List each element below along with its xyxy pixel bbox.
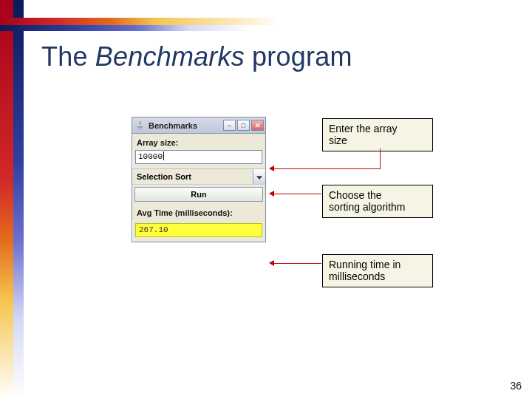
benchmarks-window: Benchmarks – □ ✕ Array size: 10000 Selec… <box>132 117 266 242</box>
decor-stripe-v1 <box>0 0 13 399</box>
algorithm-selected-value: Selection Sort <box>132 169 253 184</box>
titlebar[interactable]: Benchmarks – □ ✕ <box>132 117 265 134</box>
callout-text: Enter the array <box>329 123 398 134</box>
callout-text: sorting algorithm <box>329 201 406 213</box>
arrow-to-array-size <box>274 168 381 169</box>
callout-text: size <box>329 134 347 146</box>
array-size-input[interactable]: 10000 <box>135 150 262 164</box>
window-title: Benchmarks <box>149 121 223 130</box>
arrowhead-icon <box>269 260 274 266</box>
close-icon: ✕ <box>255 122 261 129</box>
arrowhead-icon <box>269 191 274 197</box>
run-button-wrap: Run <box>132 184 265 204</box>
callout-text: milliseconds <box>329 270 385 282</box>
java-icon <box>134 120 146 131</box>
slide-title: The Benchmarks program <box>41 41 352 72</box>
page-number: 36 <box>510 380 522 392</box>
callout-running-time: Running time in milliseconds <box>322 254 433 287</box>
minimize-button[interactable]: – <box>223 120 236 131</box>
chevron-down-icon <box>256 170 262 183</box>
arrow-to-result <box>274 263 321 264</box>
arrowhead-icon <box>269 166 274 171</box>
algorithm-dropdown-button[interactable] <box>253 169 265 184</box>
callout-array-size: Enter the array size <box>322 118 433 151</box>
algorithm-select[interactable]: Selection Sort <box>132 168 265 184</box>
window-buttons: – □ ✕ <box>223 120 265 131</box>
title-emphasis: Benchmarks <box>95 41 245 72</box>
title-suffix: program <box>245 41 352 72</box>
avg-time-label: Avg Time (milliseconds): <box>132 204 265 220</box>
maximize-icon: □ <box>242 122 245 129</box>
slide: The Benchmarks program Benchmarks – □ ✕ … <box>0 0 532 399</box>
decor-stripe-h2 <box>0 25 251 31</box>
minimize-icon: – <box>228 122 231 129</box>
decor-stripe-h1 <box>0 18 281 25</box>
run-button[interactable]: Run <box>134 187 263 202</box>
arrow-to-algorithm <box>274 194 321 194</box>
maximize-button[interactable]: □ <box>237 120 250 131</box>
decor-stripe-v2 <box>13 0 24 399</box>
callout-text: Choose the <box>329 189 382 201</box>
title-prefix: The <box>41 41 95 72</box>
callout-text: Running time in <box>329 259 400 270</box>
arrow-to-array-size <box>380 149 381 169</box>
array-size-label: Array size: <box>132 134 265 150</box>
close-button[interactable]: ✕ <box>251 120 264 131</box>
callout-algorithm: Choose the sorting algorithm <box>322 185 433 218</box>
result-output: 267.10 <box>135 223 262 237</box>
